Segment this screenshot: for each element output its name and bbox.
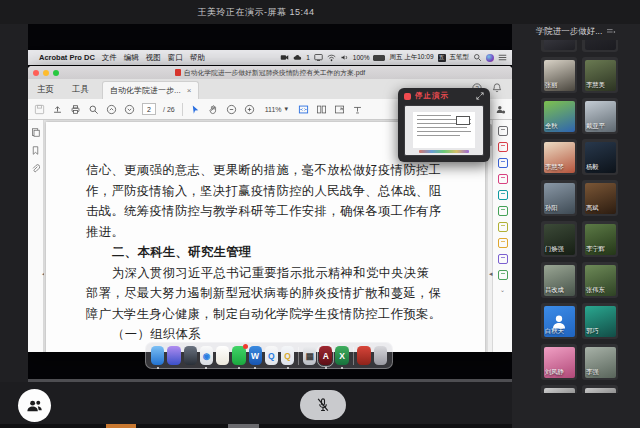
siri-icon[interactable] xyxy=(486,54,494,62)
participant-tile[interactable]: 李慧美 xyxy=(582,57,618,93)
collapse-tools-pane-handle[interactable]: ◂ xyxy=(489,270,493,278)
dock-app-notes[interactable] xyxy=(216,346,229,365)
input-method-name[interactable]: 五笔型 xyxy=(450,53,470,62)
participant-tile[interactable]: 李宁辉 xyxy=(582,221,618,257)
acrobat-title-bar[interactable]: 自动化学院进一步做好新冠肺炎疫情防控有关工作的方案.pdf xyxy=(28,66,512,79)
zoom-window-button[interactable] xyxy=(53,70,59,76)
zoom-in-icon[interactable] xyxy=(244,104,255,115)
macos-menu-bar: Acrobat Pro DC 文件 编辑 视图 窗口 帮助 1 100% 周五 … xyxy=(28,50,512,65)
participant-tile[interactable]: 高斌 xyxy=(582,180,618,216)
participant-tile[interactable]: 杨毅 xyxy=(582,139,618,175)
participant-tile[interactable] xyxy=(582,385,618,393)
page-number-input[interactable]: 2 xyxy=(142,103,156,115)
menu-view[interactable]: 视图 xyxy=(146,53,161,63)
menu-help[interactable]: 帮助 xyxy=(190,53,205,63)
presentation-pointer-icon[interactable] xyxy=(352,104,363,115)
request-signatures-icon[interactable] xyxy=(498,222,508,232)
participant-tile[interactable]: 门焕强 xyxy=(541,221,577,257)
participant-tile[interactable]: 郭巧 xyxy=(582,303,618,339)
hand-tool-icon[interactable] xyxy=(208,104,219,115)
tab-tools[interactable]: 工具 xyxy=(63,80,98,99)
dock-app-siri[interactable] xyxy=(167,346,180,365)
dock-app-qq[interactable]: Q xyxy=(281,346,294,365)
more-tools-caret-icon[interactable]: ⌄ xyxy=(500,286,505,293)
participant-tile[interactable]: 李强 xyxy=(582,344,618,380)
next-page-icon[interactable] xyxy=(124,104,135,115)
edit-pdf-icon[interactable] xyxy=(498,206,508,216)
print-icon[interactable] xyxy=(70,104,81,115)
participants-button[interactable] xyxy=(18,389,51,422)
dock-app-finder[interactable] xyxy=(151,346,164,365)
dock-app-word[interactable]: W xyxy=(249,346,262,365)
participant-tile[interactable]: 白秋天 xyxy=(541,303,577,339)
participant-tile[interactable]: 张伟东 xyxy=(582,262,618,298)
display-status-icon[interactable] xyxy=(314,53,323,62)
tab-document[interactable]: 自动化学院进一步... × xyxy=(102,81,199,99)
dock-app-midi-keyboard[interactable]: ▦ xyxy=(303,346,316,365)
participant-tile[interactable]: 李慧琴 xyxy=(541,139,577,175)
participants-list: 张丽 李慧美 全秋 戴亚平 李慧琴 xyxy=(512,24,640,393)
tab-close-icon[interactable]: × xyxy=(187,82,192,99)
dock-app-wechat[interactable] xyxy=(232,346,245,365)
menu-edit[interactable]: 编辑 xyxy=(124,53,139,63)
organize-pages-icon[interactable] xyxy=(498,174,508,184)
dock-peek-gray xyxy=(228,424,259,428)
dock-app-acrobat[interactable]: A xyxy=(319,346,332,365)
menu-window[interactable]: 窗口 xyxy=(168,53,183,63)
create-pdf-icon[interactable] xyxy=(498,142,508,152)
fullscreen-icon[interactable] xyxy=(334,104,345,115)
meeting-topic-title: 学院进一步做好... xyxy=(536,26,603,38)
zoom-level-dropdown[interactable]: 111% ▾ xyxy=(262,104,291,114)
stop-presenting-button[interactable]: 停止演示 xyxy=(415,91,449,101)
menu-datetime[interactable]: 周五 上午10:09 xyxy=(389,53,433,62)
comment-icon[interactable] xyxy=(498,238,508,248)
previous-page-icon[interactable] xyxy=(106,104,117,115)
dock-app-safari[interactable]: ◉ xyxy=(200,346,213,365)
bookmarks-icon[interactable] xyxy=(31,146,40,155)
sidebar-layout-toggle-icon[interactable] xyxy=(606,28,616,36)
dock-app-excel[interactable]: X xyxy=(335,346,348,365)
dock-app-quicktime[interactable]: Q xyxy=(265,346,278,365)
participant-tile[interactable]: 刘凤静 xyxy=(541,344,577,380)
participant-tile[interactable]: 张丽 xyxy=(541,57,577,93)
export-pdf-icon[interactable] xyxy=(498,190,508,200)
dock-app-pen[interactable] xyxy=(357,346,370,365)
sign-in-account-icon[interactable] xyxy=(495,104,506,115)
zoom-out-icon[interactable] xyxy=(226,104,237,115)
close-window-button[interactable] xyxy=(33,70,39,76)
participant-tile[interactable]: 戴亚平 xyxy=(582,98,618,134)
dock-app-launchpad[interactable] xyxy=(184,346,197,365)
wifi-status-icon[interactable] xyxy=(327,53,336,62)
dock-app-trash[interactable] xyxy=(374,346,387,365)
two-page-view-icon[interactable] xyxy=(316,104,327,115)
participant-tile[interactable]: 全秋 xyxy=(541,98,577,134)
control-center-icon[interactable] xyxy=(498,53,507,62)
find-icon[interactable] xyxy=(88,104,99,115)
tab-home[interactable]: 主页 xyxy=(28,80,63,99)
fit-width-icon[interactable] xyxy=(298,104,309,115)
notifications-bell-icon[interactable] xyxy=(492,83,502,93)
save-icon[interactable] xyxy=(34,104,45,115)
menu-file[interactable]: 文件 xyxy=(102,53,117,63)
stamp-icon[interactable] xyxy=(498,270,508,280)
select-tool-icon[interactable] xyxy=(190,104,201,115)
fill-sign-icon[interactable] xyxy=(498,254,508,264)
combine-files-icon[interactable] xyxy=(498,158,508,168)
input-method-icon[interactable]: 五 xyxy=(438,54,446,62)
share-upload-icon[interactable] xyxy=(52,104,63,115)
search-tools-icon[interactable] xyxy=(498,126,508,136)
camera-status-icon[interactable] xyxy=(280,53,289,62)
participant-tile[interactable]: 孙阳 xyxy=(541,180,577,216)
expand-overlay-icon[interactable] xyxy=(476,92,484,100)
participant-tile[interactable] xyxy=(541,385,577,393)
cloud-status-icon[interactable] xyxy=(293,53,302,62)
volume-status-icon[interactable] xyxy=(340,53,349,62)
microphone-button[interactable] xyxy=(300,390,346,420)
participant-tile[interactable]: 吕改成 xyxy=(541,262,577,298)
menu-app-name[interactable]: Acrobat Pro DC xyxy=(39,53,95,62)
page-thumbnails-icon[interactable] xyxy=(31,128,40,137)
doc-line: 推进。 xyxy=(86,222,473,243)
spotlight-icon[interactable] xyxy=(473,53,482,62)
attachments-icon[interactable] xyxy=(31,164,40,173)
minimize-window-button[interactable] xyxy=(43,70,49,76)
